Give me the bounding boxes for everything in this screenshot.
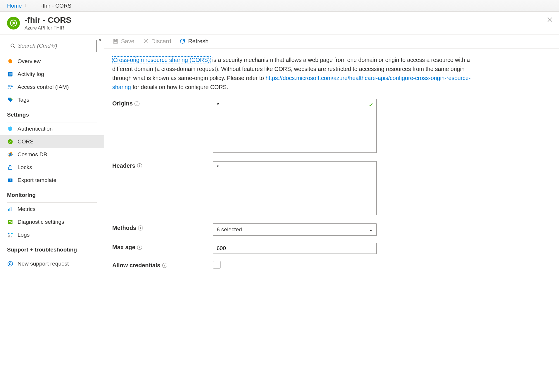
close-button[interactable] bbox=[547, 16, 553, 25]
sidebar-item-label: New support request bbox=[18, 261, 69, 267]
sidebar-item-label: Tags bbox=[18, 97, 29, 103]
sidebar-item-label: Authentication bbox=[18, 126, 53, 132]
sidebar-item-label: Locks bbox=[18, 164, 32, 171]
sidebar-item-label: Logs bbox=[18, 232, 30, 238]
headers-label: Headers i bbox=[112, 161, 213, 169]
sidebar-item-label: Export template bbox=[18, 177, 56, 183]
cors-icon bbox=[7, 138, 13, 145]
sidebar-item-new-support-request[interactable]: New support request bbox=[0, 257, 104, 270]
sidebar-item-label: Overview bbox=[18, 58, 41, 65]
origins-input[interactable]: * bbox=[213, 99, 377, 153]
svg-rect-26 bbox=[11, 236, 12, 237]
refresh-label: Refresh bbox=[188, 38, 208, 45]
search-icon bbox=[10, 43, 15, 48]
sidebar-item-label: Cosmos DB bbox=[18, 151, 47, 158]
svg-line-4 bbox=[13, 46, 15, 48]
sidebar-section-settings: Settings bbox=[0, 106, 104, 120]
sidebar-item-activity-log[interactable]: Activity log bbox=[0, 68, 104, 81]
allowcred-checkbox[interactable] bbox=[213, 261, 220, 268]
svg-point-14 bbox=[9, 154, 11, 155]
refresh-icon bbox=[179, 38, 186, 44]
sidebar-item-locks[interactable]: Locks bbox=[0, 161, 104, 174]
info-icon[interactable]: i bbox=[138, 226, 143, 230]
sidebar-item-authentication[interactable]: Authentication bbox=[0, 122, 104, 135]
svg-rect-16 bbox=[8, 167, 12, 169]
svg-rect-18 bbox=[8, 209, 9, 211]
sidebar-item-diagnostic-settings[interactable]: Diagnostic settings bbox=[0, 216, 104, 228]
svg-rect-24 bbox=[8, 236, 9, 237]
breadcrumb-home[interactable]: Home bbox=[7, 3, 22, 9]
sidebar-item-cors[interactable]: CORS bbox=[0, 135, 104, 148]
sidebar-section-monitoring: Monitoring bbox=[0, 187, 104, 201]
export-template-icon bbox=[7, 177, 13, 183]
svg-point-10 bbox=[11, 86, 13, 87]
sidebar-item-label: CORS bbox=[18, 138, 34, 145]
activity-log-icon bbox=[7, 71, 13, 77]
toolbar: Save Discard Refresh bbox=[104, 34, 559, 48]
chevron-right-icon: 〉 bbox=[24, 3, 29, 8]
info-icon[interactable]: i bbox=[134, 101, 139, 106]
svg-point-11 bbox=[9, 98, 10, 99]
sidebar-item-metrics[interactable]: Metrics bbox=[0, 203, 104, 216]
methods-value: 6 selected bbox=[217, 226, 242, 233]
checkmark-icon: ✓ bbox=[369, 101, 374, 108]
svg-rect-8 bbox=[9, 75, 11, 75]
info-icon[interactable]: i bbox=[137, 163, 142, 168]
logs-icon bbox=[7, 232, 13, 238]
svg-point-27 bbox=[8, 261, 13, 266]
breadcrumb-current: -fhir - CORS bbox=[41, 3, 72, 9]
sidebar-section-support: Support + troubleshooting bbox=[0, 241, 104, 255]
info-icon[interactable]: i bbox=[137, 245, 142, 250]
origins-label: Origins i bbox=[112, 99, 213, 107]
save-button[interactable]: Save bbox=[112, 38, 134, 45]
search-input[interactable] bbox=[18, 43, 94, 49]
discard-icon bbox=[143, 38, 149, 44]
sidebar: « Overview Activity log Access control (… bbox=[0, 34, 104, 391]
methods-label: Methods i bbox=[112, 223, 213, 231]
locks-icon bbox=[7, 164, 13, 171]
content: Save Discard Refresh Cross-origin resour… bbox=[104, 34, 559, 391]
svg-point-23 bbox=[11, 233, 13, 234]
info-icon[interactable]: i bbox=[162, 263, 167, 268]
access-control-icon bbox=[7, 84, 13, 90]
svg-point-22 bbox=[8, 233, 10, 234]
allowcred-label: Allow credentials i bbox=[112, 261, 213, 269]
metrics-icon bbox=[7, 206, 13, 212]
maxage-input[interactable] bbox=[213, 243, 377, 254]
authentication-icon bbox=[7, 126, 13, 132]
svg-rect-6 bbox=[9, 73, 12, 74]
sidebar-item-export-template[interactable]: Export template bbox=[0, 174, 104, 187]
tags-icon bbox=[7, 97, 13, 103]
cors-link[interactable]: Cross-origin resource sharing (CORS) bbox=[112, 56, 211, 63]
save-label: Save bbox=[121, 38, 134, 45]
sidebar-item-label: Access control (IAM) bbox=[18, 84, 69, 90]
description-text-2: for details on how to configure CORS. bbox=[131, 84, 228, 90]
sidebar-search[interactable] bbox=[7, 40, 97, 52]
chevron-down-icon: ⌄ bbox=[369, 227, 373, 232]
svg-rect-7 bbox=[9, 74, 12, 74]
methods-select[interactable]: 6 selected ⌄ bbox=[213, 223, 377, 236]
svg-rect-31 bbox=[114, 41, 117, 43]
sidebar-item-tags[interactable]: Tags bbox=[0, 93, 104, 106]
svg-rect-25 bbox=[9, 235, 10, 237]
page-header: -fhir - CORS Azure API for FHIR bbox=[0, 12, 559, 34]
sidebar-item-label: Activity log bbox=[18, 71, 44, 77]
sidebar-item-label: Diagnostic settings bbox=[18, 219, 64, 225]
page-subtitle: Azure API for FHIR bbox=[25, 25, 71, 31]
sidebar-item-cosmos-db[interactable]: Cosmos DB bbox=[0, 148, 104, 161]
refresh-button[interactable]: Refresh bbox=[179, 38, 208, 45]
overview-icon bbox=[7, 58, 13, 65]
sidebar-item-overview[interactable]: Overview bbox=[0, 55, 104, 68]
save-icon bbox=[112, 38, 119, 44]
svg-point-0 bbox=[11, 20, 17, 26]
discard-button[interactable]: Discard bbox=[143, 38, 171, 45]
collapse-sidebar-button[interactable]: « bbox=[99, 37, 101, 43]
sidebar-item-logs[interactable]: Logs bbox=[0, 228, 104, 241]
page-title: -fhir - CORS bbox=[25, 16, 71, 25]
cosmos-db-icon bbox=[7, 151, 13, 158]
svg-rect-19 bbox=[10, 208, 11, 211]
svg-point-3 bbox=[11, 44, 14, 47]
svg-rect-28 bbox=[9, 263, 11, 265]
headers-input[interactable]: * bbox=[213, 161, 377, 215]
sidebar-item-access-control[interactable]: Access control (IAM) bbox=[0, 81, 104, 93]
